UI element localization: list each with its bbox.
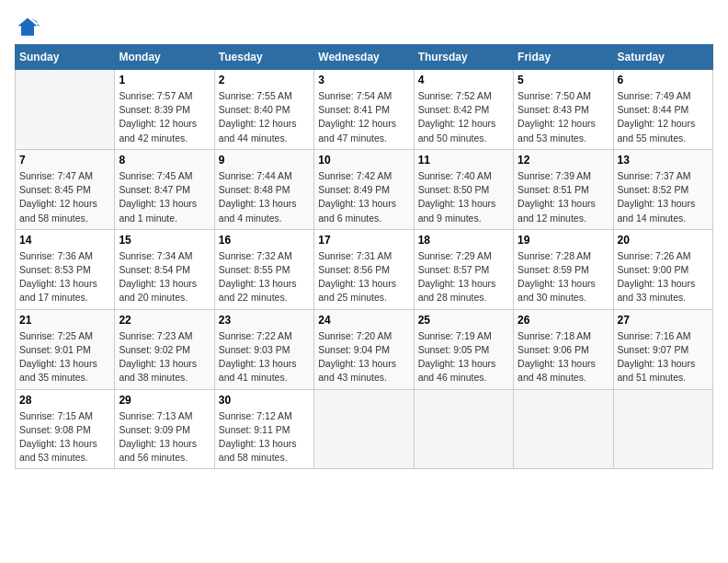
day-number: 19 bbox=[518, 234, 609, 247]
day-number: 5 bbox=[518, 74, 609, 86]
day-info: Sunrise: 7:37 AM Sunset: 8:52 PM Dayligh… bbox=[618, 169, 709, 225]
calendar-week-row: 28Sunrise: 7:15 AM Sunset: 9:08 PM Dayli… bbox=[16, 389, 713, 469]
weekday-header: Thursday bbox=[414, 45, 513, 70]
calendar-cell: 3Sunrise: 7:54 AM Sunset: 8:41 PM Daylig… bbox=[314, 70, 414, 150]
day-number: 28 bbox=[19, 394, 110, 407]
weekday-header: Saturday bbox=[613, 45, 712, 70]
day-info: Sunrise: 7:50 AM Sunset: 8:43 PM Dayligh… bbox=[518, 89, 609, 145]
day-info: Sunrise: 7:52 AM Sunset: 8:42 PM Dayligh… bbox=[418, 89, 509, 145]
calendar-cell: 25Sunrise: 7:19 AM Sunset: 9:05 PM Dayli… bbox=[414, 309, 513, 389]
calendar-week-row: 7Sunrise: 7:47 AM Sunset: 8:45 PM Daylig… bbox=[16, 149, 713, 229]
calendar-cell: 12Sunrise: 7:39 AM Sunset: 8:51 PM Dayli… bbox=[514, 149, 613, 229]
calendar-cell: 18Sunrise: 7:29 AM Sunset: 8:57 PM Dayli… bbox=[414, 229, 513, 309]
calendar-cell: 27Sunrise: 7:16 AM Sunset: 9:07 PM Dayli… bbox=[613, 309, 712, 389]
calendar-cell: 22Sunrise: 7:23 AM Sunset: 9:02 PM Dayli… bbox=[115, 309, 214, 389]
day-number: 27 bbox=[618, 314, 709, 327]
weekday-header: Monday bbox=[115, 45, 214, 70]
day-number: 10 bbox=[318, 154, 409, 167]
calendar-cell bbox=[514, 389, 613, 469]
weekday-header: Wednesday bbox=[314, 45, 414, 70]
calendar-cell: 6Sunrise: 7:49 AM Sunset: 8:44 PM Daylig… bbox=[613, 70, 712, 150]
day-info: Sunrise: 7:19 AM Sunset: 9:05 PM Dayligh… bbox=[418, 329, 509, 385]
day-info: Sunrise: 7:42 AM Sunset: 8:49 PM Dayligh… bbox=[318, 169, 409, 225]
day-number: 6 bbox=[618, 74, 709, 86]
day-number: 4 bbox=[418, 74, 509, 86]
day-info: Sunrise: 7:18 AM Sunset: 9:06 PM Dayligh… bbox=[518, 329, 609, 385]
calendar-cell: 8Sunrise: 7:45 AM Sunset: 8:47 PM Daylig… bbox=[115, 149, 214, 229]
calendar-cell: 7Sunrise: 7:47 AM Sunset: 8:45 PM Daylig… bbox=[16, 149, 115, 229]
calendar-table: SundayMondayTuesdayWednesdayThursdayFrid… bbox=[15, 44, 713, 469]
calendar-cell: 21Sunrise: 7:25 AM Sunset: 9:01 PM Dayli… bbox=[16, 309, 115, 389]
day-number: 29 bbox=[119, 394, 210, 407]
day-number: 2 bbox=[219, 74, 310, 86]
day-info: Sunrise: 7:12 AM Sunset: 9:11 PM Dayligh… bbox=[219, 409, 310, 465]
calendar-cell: 4Sunrise: 7:52 AM Sunset: 8:42 PM Daylig… bbox=[414, 70, 513, 150]
calendar-cell: 11Sunrise: 7:40 AM Sunset: 8:50 PM Dayli… bbox=[414, 149, 513, 229]
day-info: Sunrise: 7:26 AM Sunset: 9:00 PM Dayligh… bbox=[618, 249, 709, 305]
day-number: 15 bbox=[119, 234, 210, 247]
day-number: 7 bbox=[19, 154, 110, 167]
day-number: 24 bbox=[318, 314, 409, 327]
day-info: Sunrise: 7:54 AM Sunset: 8:41 PM Dayligh… bbox=[318, 89, 409, 145]
calendar-cell: 28Sunrise: 7:15 AM Sunset: 9:08 PM Dayli… bbox=[16, 389, 115, 469]
day-number: 17 bbox=[318, 234, 409, 247]
weekday-header: Friday bbox=[514, 45, 613, 70]
weekday-header: Sunday bbox=[16, 45, 115, 70]
calendar-cell: 1Sunrise: 7:57 AM Sunset: 8:39 PM Daylig… bbox=[115, 70, 214, 150]
day-info: Sunrise: 7:34 AM Sunset: 8:54 PM Dayligh… bbox=[119, 249, 210, 305]
calendar-cell: 23Sunrise: 7:22 AM Sunset: 9:03 PM Dayli… bbox=[214, 309, 313, 389]
calendar-cell bbox=[414, 389, 513, 469]
calendar-week-row: 21Sunrise: 7:25 AM Sunset: 9:01 PM Dayli… bbox=[16, 309, 713, 389]
calendar-cell: 10Sunrise: 7:42 AM Sunset: 8:49 PM Dayli… bbox=[314, 149, 414, 229]
day-info: Sunrise: 7:47 AM Sunset: 8:45 PM Dayligh… bbox=[19, 169, 110, 225]
calendar-cell: 24Sunrise: 7:20 AM Sunset: 9:04 PM Dayli… bbox=[314, 309, 414, 389]
day-number: 21 bbox=[19, 314, 110, 327]
day-info: Sunrise: 7:13 AM Sunset: 9:09 PM Dayligh… bbox=[119, 409, 210, 465]
logo bbox=[15, 15, 42, 40]
day-number: 20 bbox=[618, 234, 709, 247]
day-number: 23 bbox=[219, 314, 310, 327]
day-info: Sunrise: 7:57 AM Sunset: 8:39 PM Dayligh… bbox=[119, 89, 210, 145]
calendar-cell: 30Sunrise: 7:12 AM Sunset: 9:11 PM Dayli… bbox=[214, 389, 313, 469]
logo-icon bbox=[15, 15, 40, 40]
day-number: 16 bbox=[219, 234, 310, 247]
day-number: 9 bbox=[219, 154, 310, 167]
day-info: Sunrise: 7:20 AM Sunset: 9:04 PM Dayligh… bbox=[318, 329, 409, 385]
day-number: 1 bbox=[119, 74, 210, 86]
day-info: Sunrise: 7:23 AM Sunset: 9:02 PM Dayligh… bbox=[119, 329, 210, 385]
calendar-cell bbox=[314, 389, 414, 469]
day-info: Sunrise: 7:45 AM Sunset: 8:47 PM Dayligh… bbox=[119, 169, 210, 225]
calendar-cell: 9Sunrise: 7:44 AM Sunset: 8:48 PM Daylig… bbox=[214, 149, 313, 229]
page-header bbox=[15, 15, 713, 40]
day-number: 14 bbox=[19, 234, 110, 247]
day-info: Sunrise: 7:15 AM Sunset: 9:08 PM Dayligh… bbox=[19, 409, 110, 465]
day-number: 8 bbox=[119, 154, 210, 167]
day-info: Sunrise: 7:31 AM Sunset: 8:56 PM Dayligh… bbox=[318, 249, 409, 305]
calendar-week-row: 1Sunrise: 7:57 AM Sunset: 8:39 PM Daylig… bbox=[16, 70, 713, 150]
day-info: Sunrise: 7:32 AM Sunset: 8:55 PM Dayligh… bbox=[219, 249, 310, 305]
calendar-week-row: 14Sunrise: 7:36 AM Sunset: 8:53 PM Dayli… bbox=[16, 229, 713, 309]
weekday-header: Tuesday bbox=[214, 45, 313, 70]
day-number: 11 bbox=[418, 154, 509, 167]
day-number: 26 bbox=[518, 314, 609, 327]
day-info: Sunrise: 7:16 AM Sunset: 9:07 PM Dayligh… bbox=[618, 329, 709, 385]
day-info: Sunrise: 7:36 AM Sunset: 8:53 PM Dayligh… bbox=[19, 249, 110, 305]
day-info: Sunrise: 7:25 AM Sunset: 9:01 PM Dayligh… bbox=[19, 329, 110, 385]
day-number: 18 bbox=[418, 234, 509, 247]
day-number: 12 bbox=[518, 154, 609, 167]
day-info: Sunrise: 7:44 AM Sunset: 8:48 PM Dayligh… bbox=[219, 169, 310, 225]
day-number: 3 bbox=[318, 74, 409, 86]
day-info: Sunrise: 7:55 AM Sunset: 8:40 PM Dayligh… bbox=[219, 89, 310, 145]
calendar-cell: 5Sunrise: 7:50 AM Sunset: 8:43 PM Daylig… bbox=[514, 70, 613, 150]
day-info: Sunrise: 7:49 AM Sunset: 8:44 PM Dayligh… bbox=[618, 89, 709, 145]
day-number: 22 bbox=[119, 314, 210, 327]
calendar-cell: 19Sunrise: 7:28 AM Sunset: 8:59 PM Dayli… bbox=[514, 229, 613, 309]
calendar-cell: 16Sunrise: 7:32 AM Sunset: 8:55 PM Dayli… bbox=[214, 229, 313, 309]
day-info: Sunrise: 7:40 AM Sunset: 8:50 PM Dayligh… bbox=[418, 169, 509, 225]
day-info: Sunrise: 7:29 AM Sunset: 8:57 PM Dayligh… bbox=[418, 249, 509, 305]
calendar-cell: 20Sunrise: 7:26 AM Sunset: 9:00 PM Dayli… bbox=[613, 229, 712, 309]
calendar-cell: 15Sunrise: 7:34 AM Sunset: 8:54 PM Dayli… bbox=[115, 229, 214, 309]
calendar-cell bbox=[16, 70, 115, 150]
calendar-cell: 13Sunrise: 7:37 AM Sunset: 8:52 PM Dayli… bbox=[613, 149, 712, 229]
day-number: 25 bbox=[418, 314, 509, 327]
